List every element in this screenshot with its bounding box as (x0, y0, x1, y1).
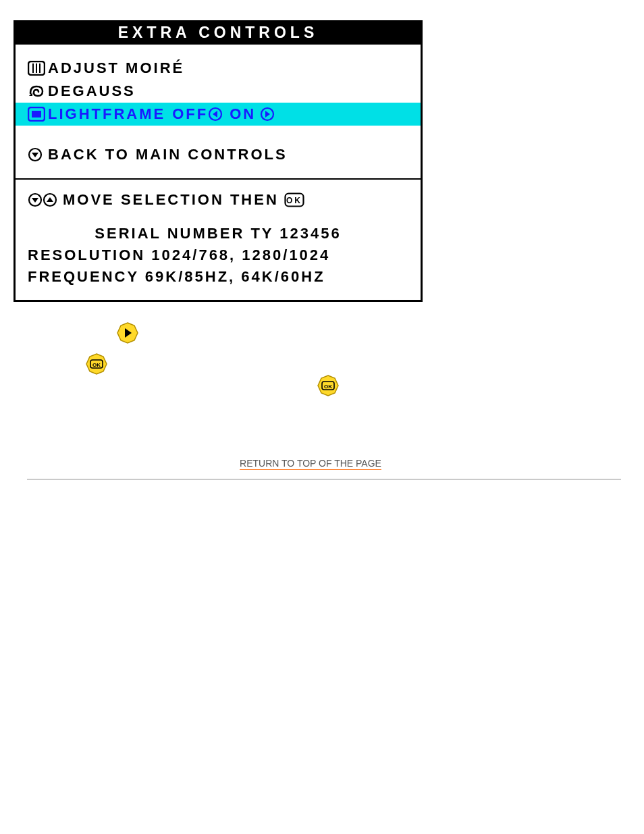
serial-line: SERIAL NUMBER TY 123456 (28, 223, 408, 244)
arrow-right-icon (260, 107, 275, 122)
resolution-line: RESOLUTION 1024/768, 1280/1024 (28, 244, 408, 266)
svg-text:OK: OK (286, 196, 302, 205)
menu-label: LIGHTFRAME (48, 105, 165, 123)
osd-title: EXTRA CONTROLS (16, 22, 421, 45)
moire-icon (28, 61, 48, 76)
menu-item-degauss[interactable]: DEGAUSS (16, 80, 421, 103)
osd-window: EXTRA CONTROLS ADJUST MOIRÉ (14, 20, 423, 302)
help-line: MOVE SELECTION THEN OK (28, 189, 408, 211)
degauss-icon (28, 84, 48, 99)
arrow-left-icon (208, 107, 223, 122)
svg-text:OK: OK (92, 361, 101, 367)
yellow-right-button-icon (117, 322, 138, 344)
step-6: 6) Press the OK button to confirm your s… (61, 353, 466, 411)
svg-rect-5 (32, 111, 41, 118)
return-link-text: RETURN TO TOP OF THE PAGE (240, 458, 381, 469)
on-label: ON (230, 105, 256, 123)
menu-label: ADJUST MOIRÉ (48, 59, 184, 77)
off-label: OFF (172, 105, 208, 123)
horizontal-rule (27, 479, 621, 479)
lightframe-on-option[interactable]: ON (230, 105, 275, 123)
lightframe-off-option[interactable]: OFF (172, 105, 223, 123)
instructions: 5) Press the button to confirm your sele… (14, 315, 479, 431)
lightframe-icon (28, 107, 48, 122)
info-block: MOVE SELECTION THEN OK SERIAL NUMBER TY … (16, 180, 421, 300)
svg-text:OK: OK (324, 383, 332, 389)
step-5: 5) Press the button to confirm your sele… (61, 322, 466, 344)
yellow-ok-button-icon: OK (317, 375, 339, 396)
arrow-up-icon (43, 192, 57, 207)
osd-body: ADJUST MOIRÉ DEGAUSS L (16, 45, 421, 300)
arrow-down-icon (28, 192, 43, 207)
ok-icon: OK (284, 192, 304, 207)
menu-label: BACK TO MAIN CONTROLS (48, 146, 288, 163)
help-text: MOVE SELECTION THEN (63, 189, 279, 211)
back-icon (28, 147, 48, 162)
menu-item-adjust-moire[interactable]: ADJUST MOIRÉ (16, 57, 421, 80)
yellow-ok-button-icon: OK (86, 353, 107, 375)
menu-label: DEGAUSS (48, 82, 136, 100)
frequency-line: FREQUENCY 69K/85HZ, 64K/60HZ (28, 266, 408, 288)
menu-item-lightframe[interactable]: LIGHTFRAME OFF ON (16, 103, 421, 126)
return-to-top-link[interactable]: RETURN TO TOP OF THE PAGE (14, 458, 608, 469)
menu-item-back[interactable]: BACK TO MAIN CONTROLS (16, 143, 421, 166)
